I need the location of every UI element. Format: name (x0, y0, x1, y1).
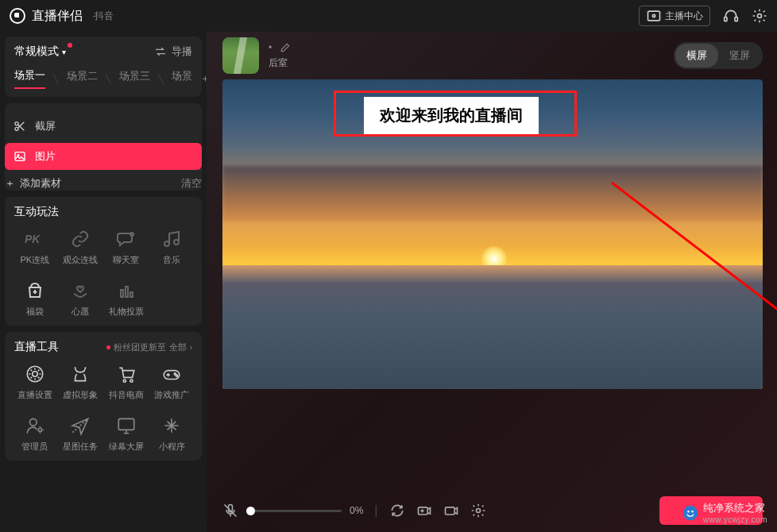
anchor-center-button[interactable]: 主播中心 (639, 6, 710, 26)
edit-icon[interactable] (280, 42, 291, 53)
source-label: 图片 (35, 149, 56, 164)
svg-rect-26 (118, 418, 134, 430)
scissors-icon (13, 120, 27, 133)
tool-ecommerce[interactable]: 抖音电商 (106, 364, 147, 401)
heart-hand-icon (71, 281, 90, 300)
svg-rect-2 (725, 17, 727, 21)
source-item-screenshot[interactable]: 截屏 (5, 113, 202, 140)
svg-text:PK: PK (25, 233, 41, 245)
source-label: 截屏 (35, 119, 56, 133)
gamepad-icon (161, 364, 182, 384)
scene-thumbnail[interactable] (222, 37, 259, 74)
headset-icon[interactable] (723, 8, 739, 24)
sources-panel: 截屏 图片 ＋ 添加素材 清空 (5, 103, 202, 191)
scene-tabs: 场景一 ╲ 场景二 ╲ 场景三 ╲ 场景 ＋ (14, 68, 192, 89)
gear-circle-icon (25, 364, 45, 384)
music-icon (162, 229, 181, 249)
image-icon (13, 150, 27, 163)
feature-gift-vote[interactable]: 礼物投票 (106, 280, 147, 318)
tool-label: 直播设置 (17, 389, 52, 401)
orientation-toggle: 横屏 竖屏 (674, 42, 763, 69)
svg-point-5 (15, 122, 18, 125)
preview-sea (222, 265, 763, 389)
swap-icon (154, 45, 167, 58)
back-room-label[interactable]: 后室 (269, 56, 291, 70)
feature-pk[interactable]: PKPK连线 (14, 229, 56, 266)
title-bar: 直播伴侣 ·抖音 主播中心 (0, 0, 777, 32)
tool-avatar[interactable]: 虚拟形象 (60, 364, 102, 401)
scene-tab-3[interactable]: 场景三 (119, 69, 150, 88)
refresh-icon[interactable] (389, 503, 405, 519)
tool-admin[interactable]: 管理员 (14, 415, 56, 453)
content-area: • 后室 横屏 竖屏 欢迎来到我的直播间 (207, 32, 777, 532)
feature-wish[interactable]: 心愿 (60, 280, 102, 318)
tool-green-screen[interactable]: 绿幕大屏 (106, 415, 147, 453)
scene-tab-4[interactable]: 场景 (172, 69, 192, 88)
volume-percent: 0% (350, 505, 363, 516)
scene-sep-icon: ╲ (158, 74, 164, 84)
scene-tab-1[interactable]: 场景一 (14, 68, 45, 89)
anchor-center-label: 主播中心 (665, 10, 703, 23)
svg-point-19 (130, 380, 133, 382)
chevron-right-icon: › (190, 343, 192, 352)
settings-icon[interactable] (752, 8, 767, 24)
tool-mini-program[interactable]: 小程序 (152, 415, 193, 453)
mic-mute-icon[interactable] (222, 503, 238, 519)
landscape-button[interactable]: 横屏 (675, 44, 718, 67)
tools-panel: 直播工具 粉丝团更新至 全部 › 直播设置 虚拟形象 抖音电商 游戏推广 管理员… (5, 332, 202, 461)
mode-panel: 常规模式 ▾ 导播 场景一 ╲ 场景二 ╲ 场景三 ╲ 场景 ＋ (5, 37, 202, 97)
clear-sources-button[interactable]: 清空 (181, 176, 202, 191)
tool-star-task[interactable]: 星图任务 (60, 415, 102, 453)
svg-rect-13 (121, 290, 123, 297)
tool-game-promo[interactable]: 游戏推广 (152, 364, 193, 401)
feature-music[interactable]: 音乐 (152, 229, 193, 266)
record-icon[interactable] (443, 503, 459, 519)
monitor-icon (116, 415, 137, 436)
source-item-image[interactable]: 图片 (5, 143, 202, 170)
gear-icon[interactable] (470, 503, 486, 519)
sparkle-icon (161, 415, 182, 436)
bag-icon (25, 281, 44, 300)
poll-icon (117, 281, 136, 300)
send-icon (70, 415, 91, 436)
content-top-strip: • 后室 横屏 竖屏 (207, 32, 777, 79)
portrait-button[interactable]: 竖屏 (718, 44, 761, 67)
feature-lucky-bag[interactable]: 福袋 (14, 280, 56, 318)
welcome-text-overlay[interactable]: 欢迎来到我的直播间 (364, 97, 539, 134)
feature-audience-link[interactable]: 观众连线 (60, 229, 102, 266)
start-live-button[interactable] (659, 496, 763, 525)
tools-title: 直播工具 (14, 340, 59, 354)
mode-dropdown[interactable]: 常规模式 ▾ (14, 44, 66, 59)
status-dot-icon: • (269, 42, 272, 53)
chat-icon (117, 229, 136, 249)
tool-label: 小程序 (159, 441, 185, 453)
add-source-button[interactable]: ＋ 添加素材 (5, 176, 61, 191)
mode-label: 常规模式 (14, 44, 59, 59)
svg-point-24 (38, 428, 41, 431)
feature-label: 礼物投票 (109, 306, 144, 318)
add-source-label: 添加素材 (20, 176, 61, 191)
app-title: 直播伴侣 (32, 8, 83, 25)
svg-rect-14 (126, 287, 128, 297)
interact-title: 互动玩法 (14, 205, 192, 219)
feature-chatroom[interactable]: 聊天室 (106, 229, 147, 266)
feature-label: 福袋 (26, 306, 44, 318)
sidebar: 常规模式 ▾ 导播 场景一 ╲ 场景二 ╲ 场景三 ╲ 场景 ＋ (0, 32, 207, 532)
guide-button[interactable]: 导播 (154, 44, 192, 59)
title-right: 主播中心 (639, 6, 767, 26)
camera-add-icon[interactable] (416, 503, 432, 519)
svg-point-22 (176, 375, 178, 376)
tool-label: 游戏推广 (154, 389, 189, 401)
feature-label: 心愿 (72, 306, 89, 318)
svg-point-11 (164, 241, 169, 246)
scene-tab-2[interactable]: 场景二 (67, 69, 98, 88)
live-preview[interactable]: 欢迎来到我的直播间 (222, 79, 763, 389)
bottom-toolbar: 0% | (207, 489, 777, 532)
tool-live-settings[interactable]: 直播设置 (14, 364, 56, 401)
dot-icon (106, 345, 110, 349)
volume-slider[interactable] (246, 510, 342, 512)
main-area: 常规模式 ▾ 导播 场景一 ╲ 场景二 ╲ 场景三 ╲ 场景 ＋ (0, 32, 777, 532)
svg-rect-3 (735, 17, 737, 21)
fans-update-link[interactable]: 粉丝团更新至 全部 › (106, 341, 192, 353)
app-subtitle: ·抖音 (92, 10, 114, 23)
